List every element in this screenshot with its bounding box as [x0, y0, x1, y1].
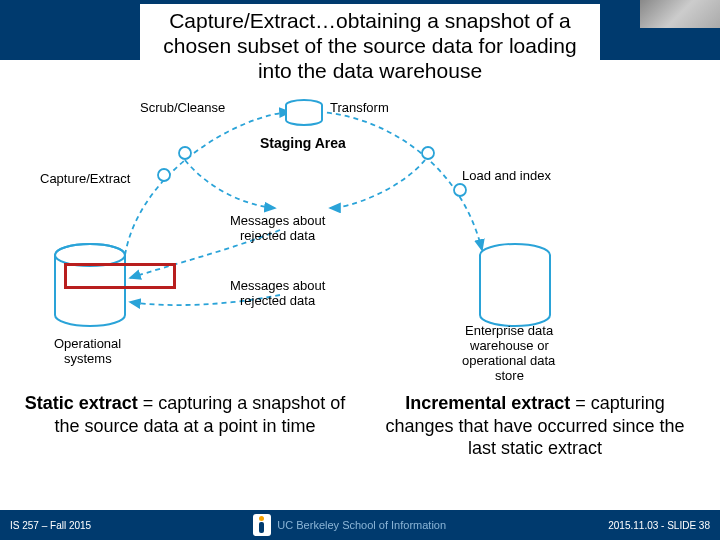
scrub-label: Scrub/Cleanse — [140, 100, 225, 115]
static-extract-def: Static extract = capturing a snapshot of… — [20, 392, 350, 460]
msg1a: Messages about — [230, 213, 326, 228]
corner-photo — [640, 0, 720, 28]
incremental-extract-def: Incremental extract = capturing changes … — [370, 392, 700, 460]
msg1b: rejected data — [240, 228, 316, 243]
footer-bar: IS 257 – Fall 2015 UC Berkeley School of… — [0, 510, 720, 540]
slide-title: Capture/Extract…obtaining a snapshot of … — [140, 4, 600, 92]
enterprise-dw-cylinder — [480, 244, 550, 326]
opsys1: Operational — [54, 336, 121, 351]
opsys2: systems — [64, 351, 112, 366]
incr-bold: Incremental extract — [405, 393, 570, 413]
msg2b: rejected data — [240, 293, 316, 308]
staging-label: Staging Area — [260, 135, 346, 151]
edw4: store — [495, 368, 524, 380]
edw3: operational data — [462, 353, 556, 368]
msg2a: Messages about — [230, 278, 326, 293]
svg-point-6 — [454, 184, 466, 196]
svg-point-5 — [422, 147, 434, 159]
footer-center: UC Berkeley School of Information — [253, 514, 446, 536]
definitions-row: Static extract = capturing a snapshot of… — [0, 392, 720, 460]
capture-highlight — [64, 263, 176, 289]
footer-right: 2015.11.03 - SLIDE 38 — [608, 520, 710, 531]
edw2: warehouse or — [469, 338, 549, 353]
svg-point-3 — [158, 169, 170, 181]
transform-label: Transform — [330, 100, 389, 115]
footer-center-text: UC Berkeley School of Information — [277, 519, 446, 531]
load-label-1: Load and index — [462, 168, 551, 183]
edw1: Enterprise data — [465, 323, 554, 338]
footer-left: IS 257 – Fall 2015 — [10, 520, 91, 531]
staging-cylinder — [286, 100, 322, 125]
svg-point-4 — [179, 147, 191, 159]
capture-label: Capture/Extract — [40, 171, 131, 186]
flow-svg: Scrub/Cleanse Transform Staging Area Cap… — [30, 90, 590, 380]
etl-diagram: Scrub/Cleanse Transform Staging Area Cap… — [30, 90, 590, 380]
ischool-logo-icon — [253, 514, 271, 536]
static-bold: Static extract — [25, 393, 138, 413]
